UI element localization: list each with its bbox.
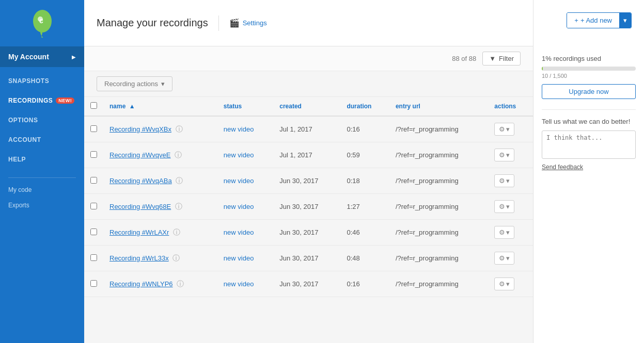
table-body: Recording #WvqXBx ⓘ new video Jul 1, 201… bbox=[84, 116, 533, 297]
row1-name-link[interactable]: Recording #WvqXBx bbox=[109, 125, 171, 133]
new-badge: New! bbox=[56, 97, 74, 104]
row4-checkbox[interactable] bbox=[90, 203, 97, 209]
add-new-main-button[interactable]: + + Add new bbox=[567, 13, 619, 28]
row4-duration-cell: 1:27 bbox=[340, 194, 389, 220]
row3-info-icon[interactable]: ⓘ bbox=[176, 176, 183, 185]
row4-info-icon[interactable]: ⓘ bbox=[175, 202, 182, 210]
sidebar-item-mycode-label: My code bbox=[8, 186, 32, 193]
row4-gear-icon: ⚙ bbox=[499, 203, 505, 210]
row2-name-link[interactable]: Recording #WvqveE bbox=[109, 151, 171, 159]
svg-text:c: c bbox=[39, 17, 43, 25]
col-duration: duration bbox=[340, 97, 389, 116]
row4-name-link[interactable]: Recording #Wvq68E bbox=[109, 203, 171, 210]
usage-title: 1% recordings used bbox=[542, 55, 636, 62]
sidebar-item-options-label: OPTIONS bbox=[8, 117, 38, 124]
row6-gear-button[interactable]: ⚙ ▾ bbox=[494, 252, 514, 265]
recordings-table-container: name ▲ status created duration entry url… bbox=[84, 97, 533, 343]
sidebar-item-options[interactable]: OPTIONS bbox=[0, 110, 84, 130]
row5-name-link[interactable]: Recording #WrLAXr bbox=[109, 228, 169, 236]
row7-checkbox[interactable] bbox=[90, 280, 97, 287]
filter-button[interactable]: ▼ Filter bbox=[482, 52, 521, 66]
select-all-checkbox[interactable] bbox=[90, 102, 97, 109]
row1-actions-cell: ⚙ ▾ bbox=[488, 116, 533, 142]
row2-checkbox[interactable] bbox=[90, 151, 97, 158]
my-account-menu[interactable]: My Account ▶ bbox=[0, 46, 84, 67]
row3-check-cell bbox=[84, 168, 103, 194]
settings-icon: 🎬 bbox=[229, 18, 240, 28]
row3-name-cell: Recording #WvqABa ⓘ bbox=[103, 168, 217, 194]
row6-info-icon[interactable]: ⓘ bbox=[172, 254, 180, 262]
row5-url-cell: /?ref=r_programming bbox=[389, 220, 488, 246]
row4-status: new video bbox=[224, 203, 254, 210]
logo-area: c bbox=[0, 0, 84, 46]
row4-status-cell: new video bbox=[217, 194, 273, 220]
row4-url-cell: /?ref=r_programming bbox=[389, 194, 488, 220]
row7-name-link[interactable]: Recording #WNLYP6 bbox=[109, 280, 173, 288]
row7-info-icon[interactable]: ⓘ bbox=[177, 280, 184, 288]
row2-status-cell: new video bbox=[217, 142, 273, 168]
row4-gear-button[interactable]: ⚙ ▾ bbox=[494, 200, 514, 213]
row2-gear-icon: ⚙ bbox=[499, 151, 505, 159]
row1-created-cell: Jul 1, 2017 bbox=[273, 116, 340, 142]
header-left: Manage your recordings 🎬 Settings bbox=[97, 15, 267, 31]
row6-name-cell: Recording #WrL33x ⓘ bbox=[103, 246, 217, 271]
upgrade-button[interactable]: Upgrade now bbox=[542, 84, 636, 99]
row2-gear-button[interactable]: ⚙ ▾ bbox=[494, 149, 514, 161]
row5-gear-button[interactable]: ⚙ ▾ bbox=[494, 226, 514, 239]
row3-actions-cell: ⚙ ▾ bbox=[488, 168, 533, 194]
row1-status-cell: new video bbox=[217, 116, 273, 142]
sidebar-item-recordings[interactable]: RECORDINGS New! bbox=[0, 91, 84, 110]
add-new-dropdown-button[interactable]: ▾ bbox=[619, 13, 631, 28]
table-row: Recording #WrLAXr ⓘ new video Jun 30, 20… bbox=[84, 220, 533, 246]
row3-checkbox[interactable] bbox=[90, 177, 97, 184]
row7-status: new video bbox=[224, 280, 254, 288]
row7-gear-button[interactable]: ⚙ ▾ bbox=[494, 277, 514, 290]
app-logo: c bbox=[30, 8, 55, 39]
add-new-button[interactable]: + + Add new ▾ bbox=[567, 12, 632, 28]
sidebar-item-mycode[interactable]: My code bbox=[0, 182, 84, 198]
sidebar-item-recordings-label: RECORDINGS bbox=[8, 97, 53, 104]
send-feedback-link[interactable]: Send feedback bbox=[542, 164, 636, 171]
row2-info-icon[interactable]: ⓘ bbox=[175, 151, 182, 159]
sidebar-item-snapshots[interactable]: SNAPSHOTS bbox=[0, 71, 84, 91]
table-row: Recording #WNLYP6 ⓘ new video Jun 30, 20… bbox=[84, 271, 533, 297]
row5-checkbox[interactable] bbox=[90, 228, 97, 235]
row5-gear-dropdown-icon: ▾ bbox=[506, 228, 510, 236]
row6-status: new video bbox=[224, 254, 254, 262]
sidebar-item-account[interactable]: ACCOUNT bbox=[0, 130, 84, 150]
usage-count: 10 / 1,500 bbox=[542, 73, 636, 79]
row1-checkbox[interactable] bbox=[90, 125, 97, 132]
right-panel: + + Add new ▾ 1% recordings used 10 / 1,… bbox=[533, 0, 644, 343]
recording-actions-button[interactable]: Recording actions ▾ bbox=[97, 76, 172, 91]
row6-checkbox[interactable] bbox=[90, 254, 97, 261]
row4-check-cell bbox=[84, 194, 103, 220]
table-header: name ▲ status created duration entry url… bbox=[84, 97, 533, 116]
usage-bar-fill bbox=[542, 67, 543, 71]
row7-name-cell: Recording #WNLYP6 ⓘ bbox=[103, 271, 217, 297]
page-header: Manage your recordings 🎬 Settings bbox=[84, 0, 533, 46]
row7-created-cell: Jun 30, 2017 bbox=[273, 271, 340, 297]
sidebar-item-help[interactable]: HELP bbox=[0, 150, 84, 169]
right-panel-inner: + + Add new ▾ 1% recordings used 10 / 1,… bbox=[533, 46, 644, 179]
row6-name-link[interactable]: Recording #WrL33x bbox=[109, 254, 169, 262]
row1-info-icon[interactable]: ⓘ bbox=[176, 125, 183, 133]
row7-duration-cell: 0:16 bbox=[340, 271, 389, 297]
add-new-plus-icon: + bbox=[574, 17, 578, 24]
row5-created-cell: Jun 30, 2017 bbox=[273, 220, 340, 246]
row1-gear-button[interactable]: ⚙ ▾ bbox=[494, 123, 514, 136]
row4-created-cell: Jun 30, 2017 bbox=[273, 194, 340, 220]
row3-gear-dropdown-icon: ▾ bbox=[506, 177, 510, 185]
my-account-arrow-icon: ▶ bbox=[72, 54, 76, 60]
settings-button[interactable]: 🎬 Settings bbox=[229, 18, 267, 28]
usage-bar-background bbox=[542, 67, 636, 71]
row4-name-cell: Recording #Wvq68E ⓘ bbox=[103, 194, 217, 220]
feedback-input[interactable] bbox=[542, 130, 636, 159]
row3-name-link[interactable]: Recording #WvqABa bbox=[109, 177, 172, 185]
row7-check-cell bbox=[84, 271, 103, 297]
row5-info-icon[interactable]: ⓘ bbox=[173, 228, 180, 236]
sort-arrow-icon: ▲ bbox=[129, 103, 135, 110]
row6-actions-cell: ⚙ ▾ bbox=[488, 246, 533, 271]
sidebar-item-exports[interactable]: Exports bbox=[0, 198, 84, 213]
row3-gear-button[interactable]: ⚙ ▾ bbox=[494, 174, 514, 187]
add-new-chevron-icon: ▾ bbox=[623, 17, 627, 24]
